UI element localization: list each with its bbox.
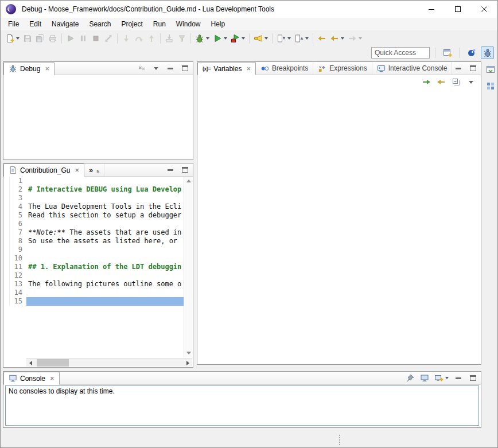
line-text (26, 289, 184, 297)
scroll-up-arrow-icon[interactable] (186, 180, 191, 182)
open-console-button[interactable] (434, 373, 449, 383)
window-close-button[interactable] (471, 1, 497, 18)
drop-to-frame-button[interactable] (163, 32, 176, 45)
maximize-view-button[interactable] (468, 64, 477, 73)
remove-all-terminated-button[interactable] (137, 64, 146, 73)
resume-button[interactable] (64, 32, 77, 45)
display-selected-console-button[interactable] (420, 373, 429, 383)
new-button[interactable] (3, 32, 21, 45)
tab-breakpoints[interactable]: Breakpoints (256, 62, 313, 75)
menu-navigate[interactable]: Navigate (46, 18, 84, 30)
editor-line[interactable]: 11## 1. Explanation of the LDT debuggin (4, 263, 184, 271)
line-text (26, 220, 184, 228)
editor-line[interactable]: 2# Interactive DEBUG using Lua Develop (4, 185, 184, 194)
annotation-ruler-cell (4, 297, 10, 306)
window-maximize-button[interactable] (445, 1, 471, 18)
fastview-outline-button[interactable] (484, 80, 497, 92)
menu-search[interactable]: Search (84, 18, 116, 30)
next-annotation-button[interactable] (275, 32, 293, 45)
editor-tab-overflow[interactable]: » 5 (84, 163, 104, 176)
close-icon[interactable]: ✕ (246, 66, 251, 72)
menu-edit[interactable]: Edit (24, 18, 46, 30)
close-icon[interactable]: ✕ (75, 167, 79, 173)
maximize-view-button[interactable] (180, 165, 189, 174)
step-over-button[interactable] (133, 32, 145, 45)
open-task-button[interactable] (252, 32, 270, 45)
tab-console[interactable]: Console ✕ (3, 372, 60, 385)
disconnect-button[interactable] (102, 32, 115, 45)
scroll-down-arrow-icon[interactable] (186, 352, 191, 354)
menu-window[interactable]: Window (171, 18, 206, 30)
terminate-button[interactable] (90, 32, 102, 45)
editor-horizontal-scrollbar[interactable] (26, 358, 192, 367)
step-into-button[interactable] (120, 32, 133, 45)
step-return-button[interactable] (145, 32, 158, 45)
console-content[interactable]: No consoles to display at this time. (5, 385, 479, 426)
line-text: The Lua Development Tools in the Ecli (26, 202, 184, 211)
open-perspective-button[interactable] (441, 46, 454, 59)
scroll-left-arrow-icon[interactable] (29, 361, 32, 365)
quick-access-input[interactable] (371, 47, 430, 59)
editor-line[interactable]: 6 (4, 220, 184, 228)
editor-line[interactable]: 7**Note:** The assets that are used in (4, 228, 184, 237)
minimize-view-button[interactable] (166, 165, 175, 174)
fastview-restore-button[interactable] (484, 63, 497, 76)
show-type-names-button[interactable] (422, 77, 431, 87)
editor-line[interactable]: 13The following pictures outline some o (4, 280, 184, 289)
last-edit-location-button[interactable] (316, 32, 328, 45)
collapse-all-button[interactable] (452, 77, 461, 87)
editor-vertical-scrollbar[interactable] (184, 177, 192, 357)
back-button[interactable] (328, 32, 346, 45)
tab-interactive-console[interactable]: Interactive Console (372, 62, 453, 75)
editor-line-current[interactable]: 15 (4, 297, 184, 306)
save-all-button[interactable] (34, 32, 46, 45)
scrollbar-thumb[interactable] (37, 359, 69, 367)
maximize-view-button[interactable] (180, 64, 189, 73)
minimize-view-button[interactable] (166, 64, 175, 73)
window-minimize-button[interactable] (418, 1, 445, 18)
sash-grip-handle[interactable] (339, 435, 340, 445)
show-logical-structure-button[interactable] (437, 77, 446, 87)
restore-view-icon (486, 65, 495, 74)
save-button[interactable] (21, 32, 34, 45)
tab-expressions[interactable]: Expressions (313, 62, 372, 75)
editor-line[interactable]: 9 (4, 246, 184, 254)
editor-line[interactable]: 10 (4, 254, 184, 263)
external-tools-button[interactable] (229, 32, 247, 45)
editor-tab-contribution-guide[interactable]: Contribution_Gu ✕ (3, 163, 84, 177)
editor-line[interactable]: 4The Lua Development Tools in the Ecli (4, 202, 184, 211)
maximize-view-button[interactable] (468, 373, 477, 383)
view-menu-button[interactable] (466, 77, 476, 87)
close-icon[interactable]: ✕ (45, 66, 49, 72)
print-button[interactable] (46, 32, 59, 45)
editor-line[interactable]: 5Read this section to setup a debugger (4, 211, 184, 220)
menu-project[interactable]: Project (116, 18, 147, 30)
editor-line[interactable]: 8So use the assets as listed here, or (4, 237, 184, 246)
editor-line[interactable]: 12 (4, 271, 184, 280)
menu-file[interactable]: File (3, 18, 24, 30)
use-step-filters-button[interactable] (176, 32, 188, 45)
minimize-view-button[interactable] (454, 64, 463, 73)
pin-console-button[interactable] (406, 373, 415, 383)
close-icon[interactable]: ✕ (50, 376, 55, 381)
previous-annotation-button[interactable] (293, 32, 310, 45)
minimize-view-button[interactable] (454, 373, 463, 383)
scroll-right-arrow-icon[interactable] (186, 361, 189, 365)
editor-area[interactable]: 1 2# Interactive DEBUG using Lua Develop… (4, 177, 192, 357)
view-menu-button[interactable] (151, 64, 161, 73)
debug-button[interactable] (193, 32, 211, 45)
run-button[interactable] (211, 32, 229, 45)
editor-line[interactable]: 14 (4, 289, 184, 297)
menu-run[interactable]: Run (148, 18, 171, 30)
tab-variables[interactable]: (x)= Variables ✕ (197, 62, 256, 75)
editor-line[interactable]: 1 (4, 177, 184, 185)
drop-to-frame-icon (165, 34, 174, 43)
tab-debug[interactable]: Debug ✕ (3, 62, 55, 75)
suspend-button[interactable] (77, 32, 90, 45)
debug-perspective-button[interactable] (481, 46, 494, 59)
lua-perspective-button[interactable] (465, 46, 478, 59)
menu-help[interactable]: Help (206, 18, 231, 30)
editor-line[interactable]: 3 (4, 194, 184, 202)
toolbar-separator (459, 48, 460, 58)
forward-button[interactable] (346, 32, 364, 45)
